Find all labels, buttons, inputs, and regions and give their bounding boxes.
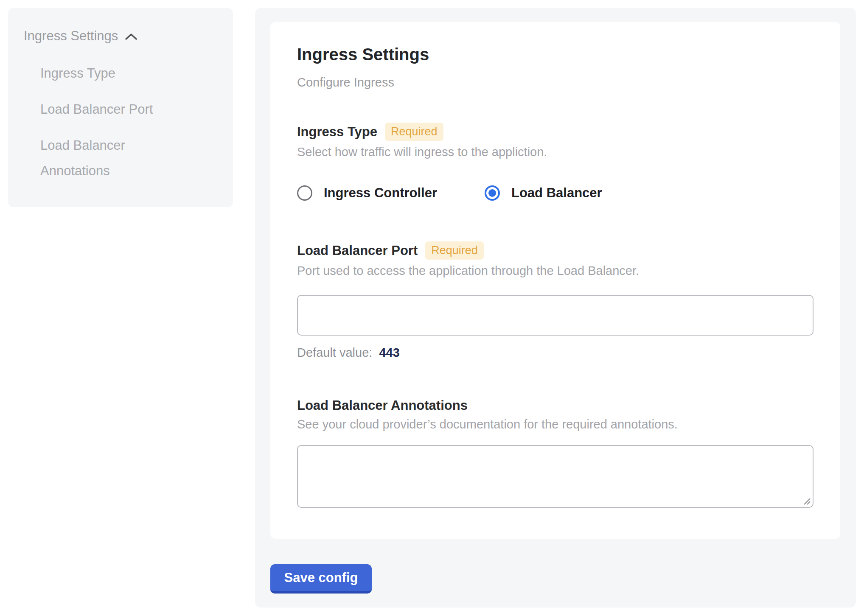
chevron-up-icon xyxy=(125,33,137,41)
load-balancer-annotations-textarea[interactable] xyxy=(297,445,814,508)
load-balancer-port-description: Port used to access the application thro… xyxy=(297,264,814,278)
radio-button-selected[interactable] xyxy=(485,185,500,201)
sidebar-item-ingress-type[interactable]: Ingress Type xyxy=(40,61,180,86)
page-title: Ingress Settings xyxy=(297,44,814,64)
ingress-type-description: Select how traffic will ingress to the a… xyxy=(297,145,814,159)
radio-dot xyxy=(488,189,496,197)
ingress-type-label: Ingress Type xyxy=(297,124,377,140)
required-badge: Required xyxy=(425,241,484,260)
load-balancer-port-label: Load Balancer Port xyxy=(297,243,418,258)
sidebar-group-label: Ingress Settings xyxy=(24,28,118,44)
radio-label-load-balancer: Load Balancer xyxy=(511,185,602,201)
sidebar-group-ingress-settings[interactable]: Ingress Settings xyxy=(24,28,233,44)
ingress-settings-card: Ingress Settings Configure Ingress Ingre… xyxy=(270,22,840,539)
page-subtitle: Configure Ingress xyxy=(297,76,814,90)
sidebar-section-list: Ingress Type Load Balancer Port Load Bal… xyxy=(40,61,180,184)
ingress-settings-panel: Ingress Settings Configure Ingress Ingre… xyxy=(255,8,856,608)
default-value-label: Default value: xyxy=(297,346,372,359)
resize-handle-icon[interactable] xyxy=(803,497,811,506)
radio-option-ingress-controller[interactable]: Ingress Controller xyxy=(297,185,437,201)
default-value-row: Default value: 443 xyxy=(297,346,814,360)
load-balancer-port-section: Load Balancer Port Required Port used to… xyxy=(297,241,814,360)
settings-sidebar: Ingress Settings Ingress Type Load Balan… xyxy=(8,8,233,207)
default-value: 443 xyxy=(379,346,399,359)
load-balancer-annotations-label: Load Balancer Annotations xyxy=(297,398,468,413)
ingress-type-section: Ingress Type Required Select how traffic… xyxy=(297,123,814,201)
radio-label-ingress-controller: Ingress Controller xyxy=(324,185,437,201)
load-balancer-port-input[interactable] xyxy=(297,295,814,336)
sidebar-item-load-balancer-port[interactable]: Load Balancer Port xyxy=(40,97,180,122)
load-balancer-annotations-section: Load Balancer Annotations See your cloud… xyxy=(297,398,814,508)
required-badge: Required xyxy=(385,123,443,141)
load-balancer-annotations-description: See your cloud provider’s documentation … xyxy=(297,417,814,431)
radio-option-load-balancer[interactable]: Load Balancer xyxy=(485,185,602,201)
sidebar-item-load-balancer-annotations[interactable]: Load Balancer Annotations xyxy=(40,133,180,184)
save-config-button[interactable]: Save config xyxy=(270,564,372,594)
radio-button-unselected[interactable] xyxy=(297,185,312,201)
ingress-type-radio-group: Ingress Controller Load Balancer xyxy=(297,185,814,201)
